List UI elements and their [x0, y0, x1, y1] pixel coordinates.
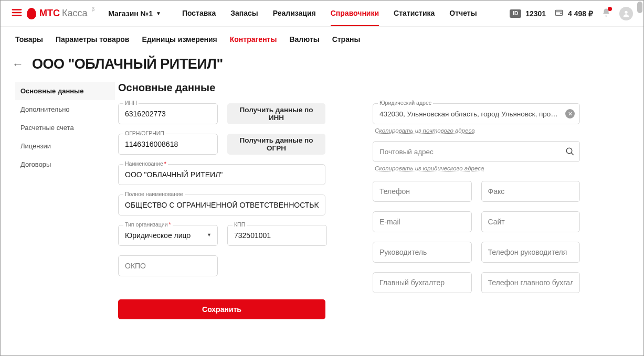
- logo[interactable]: МТС Касса: [27, 8, 88, 19]
- fetch-ogrn-button[interactable]: Получить данные по ОГРН: [227, 134, 325, 155]
- subnav-valyuty[interactable]: Валюты: [289, 35, 319, 44]
- ogrn-input[interactable]: [118, 134, 218, 155]
- email-input[interactable]: [373, 211, 472, 232]
- fullname-input[interactable]: [118, 195, 325, 215]
- copy-from-postal-link[interactable]: Скопировать из почтового адреса: [375, 127, 580, 134]
- nav-spravochniki[interactable]: Справочники: [331, 9, 379, 26]
- save-button[interactable]: Сохранить: [118, 299, 325, 319]
- copy-from-legal-link[interactable]: Скопировать из юридического адреса: [375, 165, 580, 171]
- scrollbar-thumb[interactable]: [637, 2, 642, 13]
- sidetab-contracts[interactable]: Договоры: [15, 155, 115, 174]
- nav-statistika[interactable]: Статистика: [394, 9, 435, 26]
- store-name: Магазин №1: [108, 9, 153, 18]
- page-title: ООО "ОБЛАЧНЫЙ РИТЕИЛ": [32, 56, 223, 72]
- kpp-input[interactable]: [227, 225, 327, 246]
- caret-down-icon: ▼: [156, 10, 161, 16]
- hamburger-icon[interactable]: [11, 7, 23, 20]
- id-icon: ID: [510, 9, 521, 18]
- svg-point-3: [566, 148, 572, 154]
- back-arrow-icon[interactable]: ←: [12, 58, 24, 71]
- title-row: ← ООО "ОБЛАЧНЫЙ РИТЕИЛ": [1, 52, 643, 82]
- form-left-column: ИНН Получить данные по ИНН ОГРН/ОГРНИП П…: [118, 103, 325, 319]
- subnav-strany[interactable]: Страны: [332, 35, 361, 44]
- form-right-column: Юридический адрес ✕ Скопировать из почто…: [373, 103, 580, 319]
- logo-mts: МТС: [39, 8, 60, 19]
- search-icon[interactable]: [565, 147, 575, 156]
- sidetab-accounts[interactable]: Расчетные счета: [15, 118, 115, 137]
- mts-egg-icon: [27, 8, 36, 19]
- wallet-icon: [554, 8, 564, 19]
- subnav-tovary[interactable]: Товары: [15, 35, 43, 44]
- nav-zapasy[interactable]: Запасы: [230, 9, 258, 26]
- avatar[interactable]: [619, 7, 633, 20]
- main-nav: Поставка Запасы Реализация Справочники С…: [182, 9, 477, 18]
- section-title: Основные данные: [118, 82, 629, 94]
- nav-otchety[interactable]: Отчеты: [449, 9, 477, 26]
- sub-nav: Товары Параметры товаров Единицы измерен…: [1, 27, 643, 52]
- orgtype-select[interactable]: Юридическое лицо: [118, 225, 218, 246]
- inn-label: ИНН: [123, 100, 139, 106]
- account-id[interactable]: ID 12301: [510, 9, 546, 18]
- phone-input[interactable]: [373, 181, 472, 202]
- name-input[interactable]: [118, 164, 325, 185]
- fax-input[interactable]: [481, 181, 580, 202]
- svg-point-1: [561, 13, 562, 14]
- logo-kassa: Касса: [62, 8, 88, 19]
- beta-badge: β: [92, 6, 95, 12]
- main-header: МТС Касса β Магазин №1 ▼ Поставка Запасы…: [1, 1, 643, 27]
- name-label: Наименование*: [123, 160, 168, 167]
- okpo-input[interactable]: [118, 255, 218, 276]
- head-input[interactable]: [373, 242, 472, 263]
- wallet-balance: 4 498 ₽: [568, 9, 593, 18]
- form-area: Основные данные ИНН Получить данные по И…: [115, 82, 629, 319]
- accountant-input[interactable]: [373, 272, 472, 293]
- sidetab-additional[interactable]: Дополнительно: [15, 100, 115, 118]
- subnav-parametry[interactable]: Параметры товаров: [56, 35, 130, 44]
- wallet[interactable]: 4 498 ₽: [554, 8, 593, 19]
- kpp-label: КПП: [233, 221, 247, 228]
- side-tabs: Основные данные Дополнительно Расчетные …: [15, 82, 115, 319]
- legal-addr-label: Юридический адрес: [378, 100, 433, 106]
- nav-realizatsiya[interactable]: Реализация: [273, 9, 316, 26]
- fullname-label: Полное наименование: [123, 191, 185, 197]
- orgtype-label: Тип организации*: [123, 221, 173, 228]
- svg-line-4: [571, 153, 574, 155]
- sidetab-licenses[interactable]: Лицензии: [15, 137, 115, 155]
- head-phone-input[interactable]: [481, 242, 580, 263]
- account-id-value: 12301: [525, 9, 546, 18]
- accountant-phone-input[interactable]: [481, 272, 580, 293]
- nav-postavka[interactable]: Поставка: [182, 9, 216, 26]
- content: Основные данные Дополнительно Расчетные …: [1, 82, 643, 319]
- fetch-inn-button[interactable]: Получить данные по ИНН: [227, 103, 325, 124]
- notifications-button[interactable]: [601, 8, 611, 19]
- store-selector[interactable]: Магазин №1 ▼: [108, 9, 161, 18]
- site-input[interactable]: [481, 211, 580, 232]
- subnav-edinitsy[interactable]: Единицы измерения: [142, 35, 217, 44]
- clear-icon[interactable]: ✕: [565, 109, 575, 118]
- svg-point-2: [625, 10, 627, 13]
- subnav-kontragenty[interactable]: Контрагенты: [230, 35, 277, 44]
- postal-address-input[interactable]: [373, 141, 580, 162]
- notification-dot-icon: [608, 7, 612, 11]
- inn-input[interactable]: [118, 103, 218, 124]
- ogrn-label: ОГРН/ОГРНИП: [123, 130, 166, 136]
- legal-address-input[interactable]: [373, 103, 580, 124]
- header-right: ID 12301 4 498 ₽: [510, 7, 633, 20]
- sidetab-basic[interactable]: Основные данные: [15, 82, 115, 100]
